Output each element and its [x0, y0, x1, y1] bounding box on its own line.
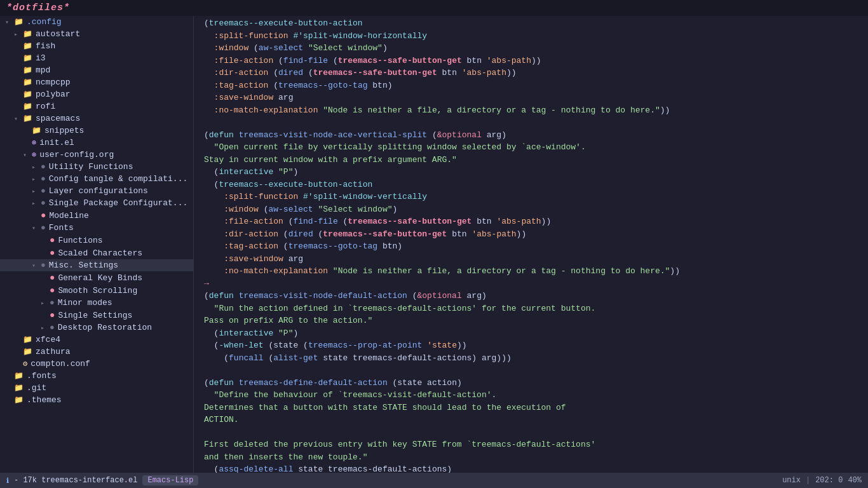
section-icon: ● [41, 261, 46, 270]
sidebar-item-desktop-restoration[interactable]: ▸ ● Desktop Restoration [0, 322, 193, 334]
status-percent: 40% [848, 476, 862, 485]
arrow-down-icon: ▾ [32, 262, 38, 269]
sidebar-item-modeline[interactable]: ● Modeline [0, 209, 193, 222]
folder-icon: 📁 [32, 126, 41, 135]
sidebar-item-label: fish [36, 41, 55, 51]
spacemacs-icon: ⊛ [32, 138, 36, 147]
sidebar-item-themes[interactable]: 📁 .themes [0, 394, 193, 406]
sidebar-item-user-config[interactable]: ▾ ⊛ user-config.org [0, 149, 193, 161]
sidebar-item-label: Single Package Configurat... [49, 198, 187, 208]
sidebar-item-polybar[interactable]: 📁 polybar [0, 88, 193, 100]
arrow-down-icon: ▾ [14, 115, 20, 123]
spacer [14, 103, 20, 110]
sidebar-item-label: .config [27, 17, 62, 27]
arrow-icon: ▸ [41, 299, 47, 307]
sidebar-item-autostart[interactable]: ▸ 📁 autostart [0, 28, 193, 40]
info-icon: ℹ [6, 477, 9, 485]
sidebar-item-config[interactable]: ▾ 📁 .config [0, 16, 193, 28]
folder-icon: 📁 [14, 395, 24, 405]
status-size: - 17k treemacs-interface.el [14, 476, 137, 485]
sidebar-item-rofi[interactable]: 📁 rofi [0, 100, 193, 112]
status-encoding: unix [782, 476, 801, 485]
sidebar-item-label: Utility Functions [49, 162, 133, 172]
dot-red-icon: ● [50, 273, 55, 283]
folder-icon: 📁 [23, 65, 32, 75]
sidebar-item-config-tangle[interactable]: ▸ ● Config tangle & compilati... [0, 173, 193, 185]
sidebar-item-label: Layer configurations [49, 186, 148, 196]
sidebar-item-git[interactable]: 📁 .git [0, 382, 193, 394]
section-icon: ● [50, 298, 55, 308]
sidebar-item-compton[interactable]: ⚙ compton.conf [0, 358, 193, 370]
sidebar-item-label: .fonts [27, 371, 57, 381]
sidebar-item-label: Desktop Restoration [58, 323, 152, 332]
code-editor[interactable]: (treemacs--execute-button-action :split-… [194, 16, 868, 473]
arrow-down-icon: ▾ [23, 151, 29, 159]
folder-icon: 📁 [23, 29, 32, 39]
sidebar-item-smooth-scrolling[interactable]: ● Smooth Scrolling [0, 284, 193, 297]
folder-icon: 📁 [14, 17, 24, 27]
dot-red-icon: ● [41, 210, 46, 220]
spacer [5, 396, 11, 403]
sidebar-item-xfce4[interactable]: 📁 xfce4 [0, 334, 193, 346]
sidebar-item-label: Fonts [49, 223, 74, 233]
sidebar[interactable]: ▾ 📁 .config ▸ 📁 autostart 📁 fish 📁 i3 📁 … [0, 16, 194, 473]
sidebar-item-label: .git [27, 383, 46, 393]
sidebar-item-label: Functions [58, 236, 102, 245]
dot-red-icon: ● [50, 285, 55, 295]
sidebar-item-label: autostart [36, 29, 80, 39]
folder-icon: 📁 [14, 371, 24, 381]
sidebar-item-i3[interactable]: 📁 i3 [0, 52, 193, 64]
folder-icon: 📁 [23, 53, 32, 63]
sidebar-item-ncmpcpp[interactable]: 📁 ncmpcpp [0, 76, 193, 88]
sidebar-item-layer-config[interactable]: ▸ ● Layer configurations [0, 185, 193, 197]
spacer [14, 336, 20, 343]
sidebar-item-label: .themes [27, 395, 62, 405]
dot-red-icon: ● [50, 248, 55, 258]
separator: | [806, 476, 810, 485]
sidebar-item-zathura[interactable]: 📁 zathura [0, 346, 193, 358]
sidebar-item-misc-settings[interactable]: ▾ ● Misc. Settings [0, 259, 193, 271]
spacemacs-icon: ⊛ [32, 150, 36, 159]
sidebar-item-single-settings[interactable]: ● Single Settings [0, 309, 193, 322]
spacer [5, 372, 11, 379]
status-position: 202: 0 [815, 476, 843, 485]
sidebar-item-fonts-dir[interactable]: 📁 .fonts [0, 370, 193, 382]
status-bar: ℹ - 17k treemacs-interface.el Emacs-Lisp… [0, 473, 868, 488]
sidebar-item-single-package[interactable]: ▸ ● Single Package Configurat... [0, 197, 193, 209]
sidebar-item-label: rofi [36, 102, 55, 111]
sidebar-item-snippets[interactable]: 📁 snippets [0, 125, 193, 137]
section-icon: ● [41, 162, 46, 172]
sidebar-item-label: zathura [36, 347, 71, 356]
spacer [14, 67, 20, 74]
sidebar-item-spacemacs[interactable]: ▾ 📁 spacemacs [0, 112, 193, 125]
sidebar-item-functions[interactable]: ● Functions [0, 234, 193, 247]
folder-icon: 📁 [14, 383, 24, 393]
arrow-icon: ▸ [32, 187, 38, 195]
folder-icon: 📁 [23, 41, 32, 51]
spacer [41, 312, 47, 319]
title-bar: *dotfiles* [0, 0, 868, 16]
sidebar-item-mpd[interactable]: 📁 mpd [0, 64, 193, 76]
section-icon: ● [41, 198, 46, 208]
spacer [14, 348, 20, 355]
sidebar-item-minor-modes[interactable]: ▸ ● Minor modes [0, 297, 193, 309]
sidebar-item-label: ncmpcpp [36, 78, 71, 87]
section-icon: ● [41, 223, 46, 233]
sidebar-item-init-el[interactable]: ⊛ init.el [0, 137, 193, 149]
folder-icon: 📁 [23, 90, 32, 99]
status-bar-right: unix | 202: 0 40% [782, 476, 862, 485]
sidebar-item-label: xfce4 [36, 335, 60, 344]
arrow-icon: ▸ [41, 324, 47, 332]
code-content: (treemacs--execute-button-action :split-… [199, 16, 868, 473]
sidebar-item-fonts[interactable]: ▾ ● Fonts [0, 222, 193, 234]
spacer [23, 139, 29, 146]
arrow-down-icon: ▾ [5, 18, 11, 26]
sidebar-item-fish[interactable]: 📁 fish [0, 40, 193, 52]
sidebar-item-utility-functions[interactable]: ▸ ● Utility Functions [0, 161, 193, 173]
sidebar-item-label: General Key Binds [58, 273, 142, 283]
sidebar-item-scaled-chars[interactable]: ● Scaled Characters [0, 247, 193, 259]
arrow-down-icon: ▾ [32, 224, 38, 232]
sidebar-item-label: Single Settings [58, 311, 132, 320]
sidebar-item-label: Minor modes [58, 298, 112, 308]
sidebar-item-general-key-binds[interactable]: ● General Key Binds [0, 271, 193, 284]
